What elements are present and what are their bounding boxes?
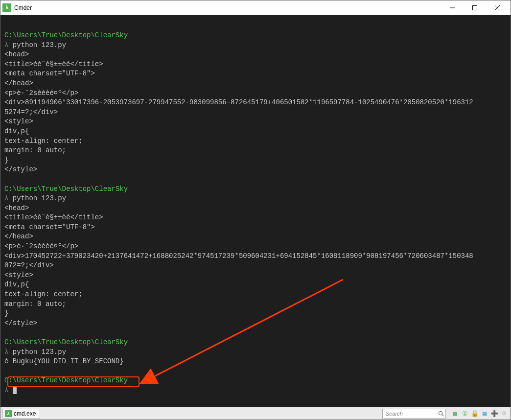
command-text: python 123.py — [13, 194, 66, 202]
svg-line-6 — [442, 414, 444, 416]
prompt-path: C:\Users\True\Desktop\ClearSky — [4, 338, 507, 348]
cursor — [13, 387, 17, 394]
titlebar[interactable]: λ Cmder — [0, 0, 511, 15]
search-icon[interactable] — [438, 410, 444, 417]
statusbar: λ cmd.exe ▦ ① 🔒 ▤ ➕ ≡ — [0, 407, 511, 420]
output-line: text-align: center; — [4, 290, 507, 300]
svg-rect-1 — [473, 5, 477, 10]
tab-icon: λ — [5, 410, 12, 417]
svg-point-5 — [439, 411, 442, 415]
output-line: 5274=?;</div> — [4, 108, 507, 117]
statusbar-toolbar: ▦ ① 🔒 ▤ ➕ ≡ — [451, 409, 509, 418]
output-line: <div>170452722+379023420+2137641472+1688… — [4, 252, 507, 261]
window-controls — [441, 1, 509, 15]
output-line: <style> — [4, 117, 507, 127]
prompt-line: λ python 123.py — [4, 348, 507, 357]
prompt-line: λ python 123.py — [4, 194, 507, 204]
search-box[interactable] — [382, 409, 446, 419]
output-line: <title>éè¨è§±±èé</title> — [4, 213, 507, 223]
cmder-window: λ Cmder C:\Users\True\Desktop\ClearSky λ… — [0, 0, 511, 420]
output-line: margin: 0 auto; — [4, 300, 507, 309]
output-line: <head> — [4, 204, 507, 213]
output-line: div,p{ — [4, 280, 507, 290]
numlock-icon[interactable]: ① — [461, 409, 469, 418]
prompt-line[interactable]: λ — [4, 386, 507, 396]
maximize-button[interactable] — [464, 1, 486, 15]
output-line: <div>891194906*33017396-2053973697-27994… — [4, 98, 507, 108]
output-line: 072=?;</div> — [4, 261, 507, 271]
terminal-area[interactable]: C:\Users\True\Desktop\ClearSky λ python … — [0, 15, 511, 407]
window-title: Cmder — [14, 4, 441, 11]
output-line: </style> — [4, 165, 507, 175]
lock-icon[interactable]: 🔒 — [470, 409, 479, 418]
tab-label: cmd.exe — [14, 410, 36, 417]
output-line: </style> — [4, 319, 507, 328]
close-button[interactable] — [486, 1, 509, 15]
output-line: text-align: center; — [4, 137, 507, 146]
output-line: } — [4, 309, 507, 319]
output-line: <title>éè¨è§±±èé</title> — [4, 60, 507, 70]
output-line: <meta charset="UTF-8"> — [4, 69, 507, 79]
add-console-icon[interactable]: ➕ — [490, 409, 499, 418]
panel-icon[interactable]: ▤ — [480, 409, 489, 418]
app-icon: λ — [2, 3, 11, 12]
output-line: <meta charset="UTF-8"> — [4, 223, 507, 233]
output-line: </head> — [4, 79, 507, 89]
prompt-path: C:\Users\True\Desktop\ClearSky — [4, 185, 507, 194]
output-line: <head> — [4, 50, 507, 60]
prompt-line: λ python 123.py — [4, 41, 507, 50]
command-text: python 123.py — [13, 348, 66, 356]
prompt-path: C:\Users\True\Desktop\ClearSky — [4, 376, 507, 386]
output-line: div,p{ — [4, 127, 507, 137]
minimize-button[interactable] — [441, 1, 464, 15]
output-line: </head> — [4, 232, 507, 242]
output-line: <style> — [4, 271, 507, 280]
grid-icon[interactable]: ▦ — [451, 409, 460, 418]
output-line: margin: 0 auto; — [4, 146, 507, 156]
menu-icon[interactable]: ≡ — [500, 409, 509, 418]
command-text: python 123.py — [13, 41, 66, 49]
output-line: <p>è·¨2sèèèé¤º</p> — [4, 242, 507, 252]
prompt-path: C:\Users\True\Desktop\ClearSky — [4, 31, 507, 41]
console-tab[interactable]: λ cmd.exe — [2, 409, 40, 419]
output-line: } — [4, 156, 507, 165]
output-line: <p>è·¨2sèèèé¤º</p> — [4, 89, 507, 98]
flag-output-line: è Bugku{YOU_DID_IT_BY_SECOND} — [4, 357, 507, 367]
search-input[interactable] — [384, 411, 438, 417]
